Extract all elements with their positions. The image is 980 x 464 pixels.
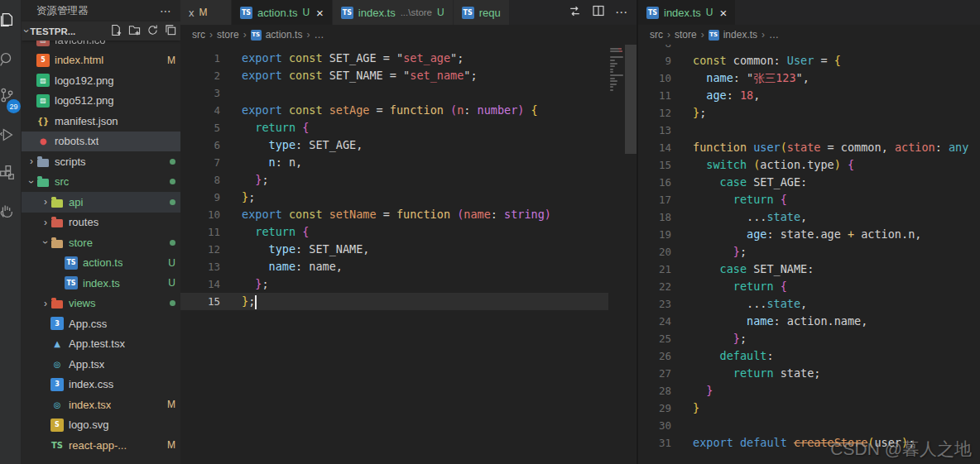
chevron-right-icon[interactable]: › — [26, 155, 36, 167]
code-line-22[interactable]: 22 return { — [638, 278, 980, 295]
close-icon[interactable]: × — [719, 6, 727, 20]
tree-item-app-tsx[interactable]: ◎App.tsx — [22, 354, 180, 375]
more-actions-icon[interactable]: ⋯ — [615, 5, 628, 20]
code-line-29[interactable]: 29} — [638, 399, 980, 417]
tree-item-index-css[interactable]: 3index.css — [22, 375, 180, 395]
code-line-6[interactable]: 6 type: SET_AGE, — [180, 136, 608, 154]
refresh-icon[interactable] — [147, 24, 159, 38]
code-line-8[interactable]: 8 }; — [180, 171, 608, 189]
code-line-9[interactable]: 9}; — [180, 189, 608, 206]
code-line-8[interactable]: 8 — [638, 45, 980, 52]
tree-item-robots-txt[interactable]: ●robots.txt — [22, 132, 180, 152]
vertical-scrollbar[interactable] — [625, 45, 637, 154]
code-line-1[interactable]: 1export const SET_AGE = "set_age"; — [180, 50, 608, 67]
code-line-13[interactable]: 13 name: name, — [180, 258, 608, 275]
tree-item-app-css[interactable]: 3App.css — [22, 313, 180, 334]
tree-item-routes[interactable]: ›routes — [22, 213, 180, 233]
chevron-right-icon[interactable]: › — [41, 217, 50, 228]
code-line-3[interactable]: 3 — [180, 84, 608, 102]
breadcrumb-left[interactable]: src › store › TS action.ts › … — [180, 25, 637, 45]
tree-item-favicon-ico[interactable]: ▨favicon.ico — [22, 41, 180, 50]
code-line-2[interactable]: 2export const SET_NAME = "set_name"; — [180, 67, 608, 84]
code-line-15[interactable]: 15}; — [180, 293, 608, 310]
tree-item-api[interactable]: ›api — [22, 192, 180, 213]
tree-item-index-ts[interactable]: TSindex.tsU — [22, 273, 180, 294]
code-line-16[interactable]: 16 case SET_AGE: — [638, 174, 980, 191]
workspace-section-header[interactable]: › TESTPR... — [22, 22, 180, 41]
code-line-19[interactable]: 19 age: state.age + action.n, — [638, 226, 980, 243]
extensions-icon[interactable] — [0, 160, 19, 184]
tab-x[interactable]: xM — [180, 0, 232, 25]
code-line-14[interactable]: 14function user(state = common, action: … — [638, 139, 980, 156]
chevron-right-icon[interactable]: › — [41, 298, 50, 309]
tree-item-src[interactable]: ›src — [22, 172, 180, 193]
collapse-all-icon[interactable] — [165, 24, 177, 38]
breadcrumb-item[interactable]: store — [217, 29, 239, 41]
explorer-more-icon[interactable]: ⋯ — [160, 4, 172, 17]
breadcrumb-item[interactable]: src — [192, 29, 205, 41]
tree-item-scripts[interactable]: ›scripts — [22, 151, 180, 172]
tree-item-app-test-tsx[interactable]: ▲App.test.tsx — [22, 334, 180, 355]
new-file-icon[interactable] — [110, 24, 122, 38]
code-line-27[interactable]: 27 return state; — [638, 365, 980, 382]
code-line-7[interactable]: 7 n: n, — [180, 154, 608, 171]
tab-requ[interactable]: TSrequ — [454, 0, 510, 25]
split-editor-icon[interactable] — [592, 4, 605, 21]
files-icon[interactable] — [0, 7, 19, 31]
minimap[interactable] — [610, 46, 623, 93]
open-changes-icon[interactable] — [568, 4, 582, 22]
tree-item-logo-svg[interactable]: Slogo.svg — [22, 415, 180, 436]
code-line-18[interactable]: 18 ...state, — [638, 208, 980, 226]
new-folder-icon[interactable] — [128, 24, 141, 38]
tab-action-ts[interactable]: TSaction.tsU× — [232, 0, 333, 25]
tree-item-index-tsx[interactable]: ◎index.tsxM — [22, 395, 180, 415]
chevron-down-icon[interactable]: › — [26, 177, 37, 187]
code-line-11[interactable]: 11 return { — [180, 223, 608, 241]
code-line-5[interactable]: 5 return { — [180, 119, 608, 136]
chevron-down-icon[interactable]: › — [40, 237, 51, 247]
tree-item-manifest-json[interactable]: {}manifest.json — [22, 111, 180, 132]
tree-item-action-ts[interactable]: TSaction.tsU — [22, 253, 180, 274]
code-line-30[interactable]: 30 — [638, 417, 980, 434]
tab-index-ts[interactable]: TSindex.tsU× — [638, 0, 736, 25]
tree-item-logo512-png[interactable]: ▨logo512.png — [22, 91, 180, 112]
code-line-28[interactable]: 28 } — [638, 382, 980, 399]
code-line-24[interactable]: 24 name: action.name, — [638, 313, 980, 330]
code-line-15[interactable]: 15 switch (action.type) { — [638, 156, 980, 174]
tree-item-views[interactable]: ›views — [22, 294, 180, 314]
code-line-31[interactable]: 31export default createStore(user); — [638, 434, 980, 452]
code-line-26[interactable]: 26 default: — [638, 347, 980, 365]
breadcrumb-more[interactable]: … — [314, 29, 324, 41]
code-line-10[interactable]: 10 name: "张三123", — [638, 69, 980, 87]
code-line-13[interactable]: 13 — [638, 122, 980, 139]
code-line-11[interactable]: 11 age: 18, — [638, 87, 980, 104]
code-line-4[interactable]: 4export const setAge = function (n: numb… — [180, 102, 608, 119]
code-line-23[interactable]: 23 ...state, — [638, 295, 980, 313]
code-line-10[interactable]: 10export const setName = function (name:… — [180, 206, 608, 223]
run-debug-icon[interactable] — [0, 122, 19, 147]
search-icon[interactable] — [0, 47, 19, 72]
code-line-12[interactable]: 12 type: SET_NAME, — [180, 241, 608, 258]
code-line-21[interactable]: 21 case SET_NAME: — [638, 261, 980, 278]
breadcrumb-item[interactable]: action.ts — [266, 29, 303, 41]
tree-item-react-app-[interactable]: TSreact-app-...M — [22, 435, 180, 456]
code-line-12[interactable]: 12}; — [638, 104, 980, 122]
tree-item-logo192-png[interactable]: ▨logo192.png — [22, 70, 180, 91]
breadcrumb-item[interactable]: index.ts — [723, 29, 757, 41]
code-line-14[interactable]: 14 }; — [180, 275, 608, 293]
breadcrumb-item[interactable]: src — [650, 29, 663, 41]
breadcrumb-right[interactable]: src › store › TS index.ts › … — [638, 25, 980, 45]
line-number: 21 — [638, 261, 671, 278]
breadcrumb-item[interactable]: store — [675, 29, 697, 41]
code-line-17[interactable]: 17 return { — [638, 191, 980, 208]
tree-item-store[interactable]: ›store — [22, 232, 180, 253]
code-line-20[interactable]: 20 }; — [638, 243, 980, 261]
close-icon[interactable]: × — [316, 6, 324, 20]
code-line-9[interactable]: 9const common: User = { — [638, 52, 980, 69]
hand-tool-icon[interactable] — [0, 199, 19, 223]
chevron-right-icon[interactable]: › — [41, 196, 50, 208]
tab-index-ts[interactable]: TSindex.ts...\storeU — [333, 0, 454, 25]
code-line-25[interactable]: 25 }; — [638, 330, 980, 347]
tree-item-index-html[interactable]: 5index.htmlM — [22, 50, 180, 71]
breadcrumb-more[interactable]: … — [769, 29, 780, 41]
